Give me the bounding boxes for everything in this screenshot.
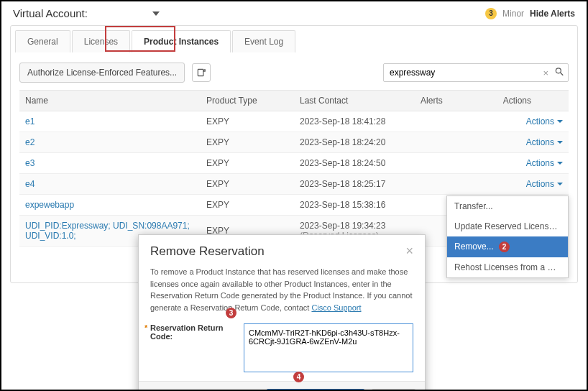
svg-line-2 bbox=[561, 73, 564, 75]
hide-alerts-link[interactable]: Hide Alerts bbox=[530, 9, 575, 19]
instance-name-link[interactable]: expewebapp bbox=[25, 200, 74, 210]
chevron-down-icon bbox=[557, 183, 563, 185]
col-name[interactable]: Name bbox=[19, 91, 201, 111]
table-header-row: Name Product Type Last Contact Alerts Ac… bbox=[19, 91, 569, 111]
search-icon[interactable] bbox=[554, 67, 564, 79]
alerts-cell bbox=[415, 174, 497, 195]
modal-title: Remove Reservation bbox=[150, 244, 265, 259]
actions-menu-trigger[interactable]: Actions bbox=[526, 158, 563, 168]
col-last-contact[interactable]: Last Contact bbox=[294, 91, 415, 111]
alerts-cell bbox=[415, 111, 497, 132]
dropdown-transfer[interactable]: Transfer... bbox=[447, 196, 568, 216]
tab-product-instances[interactable]: Product Instances bbox=[132, 30, 231, 52]
svg-rect-0 bbox=[198, 69, 203, 75]
col-actions[interactable]: Actions bbox=[497, 91, 569, 111]
return-code-textarea[interactable] bbox=[244, 323, 413, 372]
actions-dropdown: Transfer... Update Reserved Licenses... … bbox=[446, 196, 569, 278]
tab-event-log[interactable]: Event Log bbox=[232, 30, 295, 52]
table-row: e3EXPY2023-Sep-18 18:24:50 Actions bbox=[19, 153, 569, 174]
clear-search-icon[interactable]: × bbox=[543, 68, 548, 78]
export-icon[interactable] bbox=[192, 63, 211, 82]
minor-alert-badge[interactable]: 3 bbox=[485, 8, 497, 19]
product-type-cell: EXPY bbox=[201, 174, 294, 195]
product-type-cell: EXPY bbox=[201, 111, 294, 132]
alerts-cell bbox=[415, 132, 497, 153]
chevron-down-icon bbox=[557, 120, 563, 123]
last-contact-cell: 2023-Sep-18 18:24:50 bbox=[294, 153, 415, 174]
authorize-features-button[interactable]: Authorize License-Enforced Features... bbox=[19, 63, 185, 83]
callout-4: 4 bbox=[293, 372, 304, 382]
search-input[interactable] bbox=[383, 63, 569, 82]
product-type-cell: EXPY bbox=[201, 153, 294, 174]
tab-general[interactable]: General bbox=[15, 30, 70, 52]
instance-name-link[interactable]: e2 bbox=[25, 137, 35, 147]
minor-alert-label: Minor bbox=[502, 9, 524, 19]
dropdown-rehost[interactable]: Rehost Licenses from a Failed Product... bbox=[447, 257, 568, 277]
modal-description: To remove a Product Instance that has re… bbox=[139, 262, 425, 322]
virtual-account-label: Virtual Account: bbox=[13, 7, 88, 19]
last-contact-cell: 2023-Sep-18 18:24:20 bbox=[294, 132, 415, 153]
return-code-label: Reservation Return Code: bbox=[150, 323, 236, 341]
actions-menu-trigger[interactable]: Actions bbox=[526, 137, 563, 147]
actions-menu-trigger[interactable]: Actions bbox=[526, 179, 563, 189]
col-product-type[interactable]: Product Type bbox=[201, 91, 294, 111]
table-row: e2EXPY2023-Sep-18 18:24:20 Actions bbox=[19, 132, 569, 153]
table-row: e1EXPY2023-Sep-18 18:41:28 Actions bbox=[19, 111, 569, 132]
tab-licenses[interactable]: Licenses bbox=[72, 30, 130, 52]
last-contact-cell: 2023-Sep-18 15:38:16 bbox=[294, 195, 415, 216]
table-row: e4EXPY2023-Sep-18 18:25:17 Actions bbox=[19, 174, 569, 195]
instance-name-link[interactable]: e3 bbox=[25, 158, 35, 168]
product-type-cell: EXPY bbox=[201, 195, 294, 216]
close-icon[interactable]: × bbox=[405, 244, 413, 259]
remove-reservation-modal: Remove Reservation × To remove a Product… bbox=[138, 234, 426, 391]
cisco-support-link[interactable]: Cisco Support bbox=[311, 303, 361, 312]
chevron-down-icon[interactable] bbox=[152, 12, 160, 16]
dropdown-remove[interactable]: Remove... 2 bbox=[447, 236, 568, 257]
instance-name-link[interactable]: e4 bbox=[25, 179, 35, 189]
alerts-cell bbox=[415, 153, 497, 174]
last-contact-cell: 2023-Sep-18 18:41:28 bbox=[294, 111, 415, 132]
product-type-cell: EXPY bbox=[201, 132, 294, 153]
chevron-down-icon bbox=[557, 141, 563, 144]
chevron-down-icon bbox=[557, 162, 563, 165]
dropdown-remove-label: Remove... bbox=[454, 242, 494, 252]
callout-2: 2 bbox=[499, 242, 510, 252]
svg-point-1 bbox=[556, 68, 561, 73]
dropdown-update-reserved[interactable]: Update Reserved Licenses... bbox=[447, 216, 568, 236]
col-alerts[interactable]: Alerts bbox=[415, 91, 497, 111]
virtual-account-selector[interactable]: Virtual Account: bbox=[13, 7, 160, 19]
callout-3: 3 bbox=[226, 308, 236, 318]
actions-menu-trigger[interactable]: Actions bbox=[526, 116, 563, 126]
last-contact-cell: 2023-Sep-18 18:25:17 bbox=[294, 174, 415, 195]
instance-name-link[interactable]: e1 bbox=[25, 116, 35, 126]
